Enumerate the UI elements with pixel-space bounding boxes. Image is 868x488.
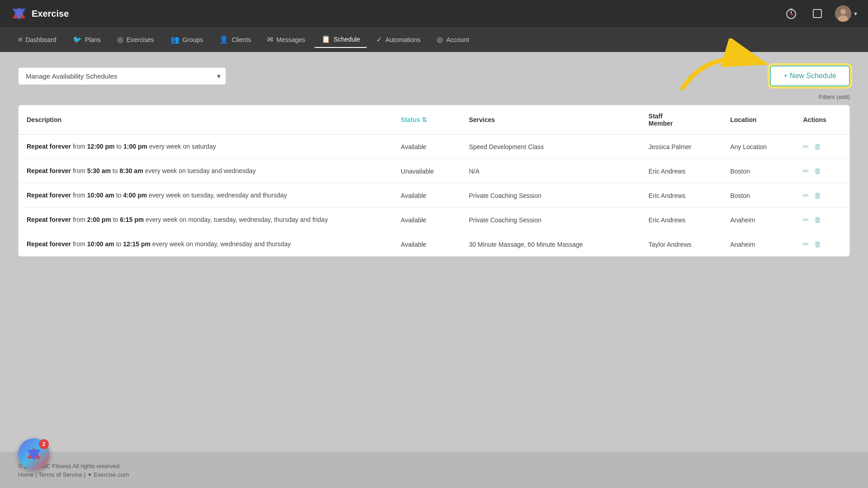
cell-staff-member: Eric Andrews — [641, 183, 722, 208]
main-content: Manage Availability Schedules ▾ + New Sc… — [0, 52, 868, 452]
footer: © 2024 ABC Fitness All rights reserved. … — [0, 452, 868, 488]
floating-badge[interactable]: 2 — [18, 438, 50, 470]
footer-home-link[interactable]: Home — [18, 471, 34, 478]
cell-staff-member: Eric Andrews — [641, 159, 722, 183]
table-row: Repeat forever from 10:00 am to 4:00 pm … — [19, 183, 849, 208]
nav-label-messages: Messages — [276, 36, 305, 43]
avatar-btn[interactable]: ▾ — [835, 5, 857, 22]
cell-actions: ✏ 🗑 — [795, 159, 849, 183]
action-icons: ✏ 🗑 — [803, 142, 841, 151]
edit-icon[interactable]: ✏ — [803, 191, 809, 200]
cell-services: Speed Development Class — [461, 135, 640, 159]
cell-location: Boston — [722, 183, 795, 208]
topbar-right: ▾ — [783, 5, 857, 22]
cell-actions: ✏ 🗑 — [795, 183, 849, 208]
table-row: Repeat forever from 5:30 am to 8:30 am e… — [19, 159, 849, 183]
cell-services: Private Coaching Session — [461, 208, 640, 232]
nav-item-plans[interactable]: 🐦 Plans — [66, 32, 108, 47]
cell-actions: ✏ 🗑 — [795, 232, 849, 257]
action-icons: ✏ 🗑 — [803, 240, 841, 249]
cell-services: N/A — [461, 159, 640, 183]
filters-edit-link[interactable]: edit — [839, 94, 848, 100]
col-description: Description — [19, 105, 393, 135]
logo-icon — [11, 5, 27, 22]
window-icon-btn[interactable] — [809, 5, 826, 22]
cell-staff-member: Jessica Palmer — [641, 135, 722, 159]
footer-links: Home | Terms of Service | ✦ Exercise.com — [18, 471, 850, 478]
nav-label-exercises: Exercises — [127, 36, 154, 43]
action-icons: ✏ 🗑 — [803, 216, 841, 224]
cell-actions: ✏ 🗑 — [795, 208, 849, 232]
new-schedule-button[interactable]: + New Schedule — [770, 66, 850, 86]
schedules-table: Description Status ⇅ Services StaffMembe… — [19, 105, 849, 256]
nav-label-schedule: Schedule — [334, 36, 360, 43]
cell-status: Available — [393, 232, 461, 257]
edit-icon[interactable]: ✏ — [803, 240, 809, 249]
avatar-chevron: ▾ — [854, 10, 857, 17]
edit-icon[interactable]: ✏ — [803, 216, 809, 224]
cell-status: Available — [393, 183, 461, 208]
account-icon: ◎ — [437, 35, 443, 44]
svg-point-8 — [840, 9, 846, 14]
action-icons: ✏ 🗑 — [803, 191, 841, 200]
cell-actions: ✏ 🗑 — [795, 135, 849, 159]
app-logo: Exercise — [11, 5, 69, 22]
cell-staff-member: Eric Andrews — [641, 208, 722, 232]
footer-brand-link[interactable]: Exercise.com — [94, 471, 129, 478]
app-name: Exercise — [32, 9, 69, 19]
exercises-icon: ◎ — [117, 35, 123, 44]
navbar: ≡ Dashboard 🐦 Plans ◎ Exercises 👥 Groups… — [0, 27, 868, 52]
nav-item-automations[interactable]: ✓ Automations — [369, 32, 428, 47]
nav-item-groups[interactable]: 👥 Groups — [163, 32, 211, 47]
table-row: Repeat forever from 10:00 am to 12:15 pm… — [19, 232, 849, 257]
badge-count: 2 — [39, 439, 49, 449]
nav-item-schedule[interactable]: 📋 Schedule — [314, 31, 367, 48]
groups-icon: 👥 — [170, 35, 179, 44]
header-row: Manage Availability Schedules ▾ + New Sc… — [18, 66, 850, 86]
nav-item-messages[interactable]: ✉ Messages — [260, 32, 312, 47]
nav-item-exercises[interactable]: ◎ Exercises — [110, 32, 161, 47]
delete-icon[interactable]: 🗑 — [814, 240, 821, 249]
cell-status: Available — [393, 208, 461, 232]
edit-icon[interactable]: ✏ — [803, 142, 809, 151]
footer-copyright: © 2024 ABC Fitness All rights reserved. — [18, 463, 850, 469]
footer-terms-link[interactable]: Terms of Service — [38, 471, 82, 478]
cell-description: Repeat forever from 2:00 pm to 6:15 pm e… — [19, 208, 393, 232]
new-schedule-label: + New Schedule — [783, 72, 836, 80]
avatar-image — [835, 5, 851, 22]
edit-icon[interactable]: ✏ — [803, 167, 809, 175]
filters-label: Filters — [819, 94, 835, 100]
nav-label-clients: Clients — [231, 36, 251, 43]
dashboard-icon: ≡ — [18, 36, 22, 44]
table-row: Repeat forever from 12:00 pm to 1:00 pm … — [19, 135, 849, 159]
delete-icon[interactable]: 🗑 — [814, 167, 821, 175]
col-staff-member: StaffMember — [641, 105, 722, 135]
clients-icon: 👤 — [219, 35, 228, 44]
schedules-table-container: Description Status ⇅ Services StaffMembe… — [18, 105, 850, 257]
nav-label-dashboard: Dashboard — [25, 36, 57, 43]
cell-description: Repeat forever from 12:00 pm to 1:00 pm … — [19, 135, 393, 159]
timer-icon — [785, 8, 797, 19]
cell-location: Anaheim — [722, 208, 795, 232]
automations-icon: ✓ — [376, 35, 382, 44]
nav-item-clients[interactable]: 👤 Clients — [212, 32, 258, 47]
action-icons: ✏ 🗑 — [803, 167, 841, 175]
cell-status: Available — [393, 135, 461, 159]
cell-services: 30 Minute Massage, 60 Minute Massage — [461, 232, 640, 257]
timer-icon-btn[interactable] — [783, 5, 800, 22]
avatar — [835, 5, 851, 22]
nav-label-plans: Plans — [85, 36, 101, 43]
manage-dropdown[interactable]: Manage Availability Schedules — [18, 67, 226, 85]
delete-icon[interactable]: 🗑 — [814, 143, 821, 151]
filters-row: Filters (edit) — [18, 94, 850, 100]
cell-location: Boston — [722, 159, 795, 183]
cell-status: Unavailable — [393, 159, 461, 183]
nav-item-account[interactable]: ◎ Account — [429, 32, 476, 47]
delete-icon[interactable]: 🗑 — [814, 216, 821, 224]
cell-location: Anaheim — [722, 232, 795, 257]
nav-item-dashboard[interactable]: ≡ Dashboard — [11, 32, 64, 47]
delete-icon[interactable]: 🗑 — [814, 192, 821, 200]
window-icon — [812, 8, 823, 19]
col-status[interactable]: Status ⇅ — [393, 105, 461, 135]
cell-services: Private Coaching Session — [461, 183, 640, 208]
